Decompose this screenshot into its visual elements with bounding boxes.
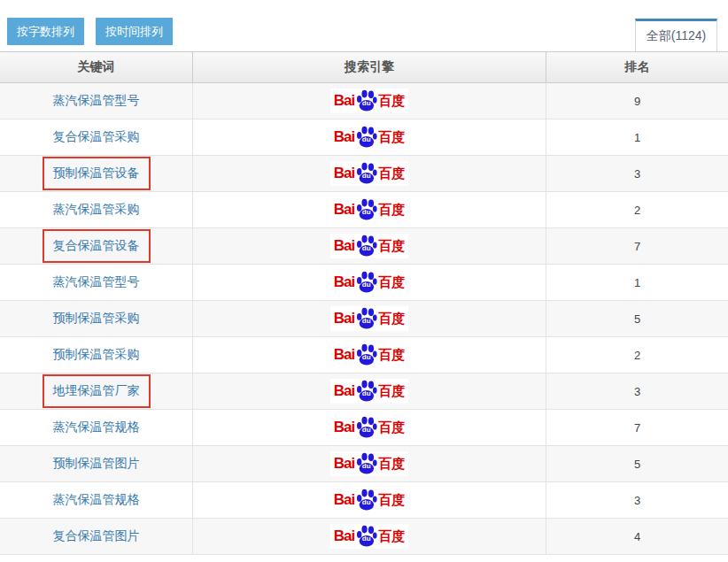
table-row: 地埋保温管厂家 Bai du	[0, 373, 728, 410]
baidu-logo: Bai du 百度	[330, 270, 408, 295]
table-row: 蒸汽保温管规格 Bai du	[0, 410, 728, 446]
keyword-link[interactable]: 预制保温管采购	[53, 347, 140, 363]
baidu-logo: Bai du 百度	[330, 125, 408, 150]
keyword-highlight-box: 蒸汽保温管规格	[43, 411, 151, 444]
search-engine-cell: Bai du 百度	[193, 373, 546, 409]
baidu-logo: Bai du 百度	[330, 89, 408, 113]
baidu-paw-icon: du	[355, 162, 377, 184]
keyword-cell: 蒸汽保温管规格	[0, 482, 193, 518]
keyword-link[interactable]: 蒸汽保温管型号	[53, 274, 140, 290]
keyword-cell: 蒸汽保温管采购	[0, 192, 193, 227]
table-row: 预制保温管设备 Bai du	[0, 156, 728, 192]
table-row: 蒸汽保温管规格 Bai du	[0, 482, 728, 519]
keyword-highlight-box: 预制保温管设备	[43, 157, 151, 190]
search-engine-cell: Bai du 百度	[193, 482, 546, 518]
baidu-logo: Bai du 百度	[330, 234, 408, 258]
baidu-logo-cn-text: 百度	[378, 238, 405, 254]
table-row: 复合保温管采购 Bai du	[0, 119, 728, 156]
baidu-paw-icon: du	[355, 489, 377, 511]
column-header-search-engine: 搜索引擎	[193, 52, 546, 82]
rank-value: 4	[546, 519, 728, 554]
keyword-link[interactable]: 蒸汽保温管规格	[53, 492, 140, 508]
keyword-link[interactable]: 蒸汽保温管采购	[53, 202, 140, 218]
baidu-logo-bai-text: Bai	[334, 456, 354, 472]
search-engine-cell: Bai du 百度	[193, 519, 546, 554]
baidu-logo: Bai du 百度	[330, 379, 408, 404]
baidu-logo-du-text: du	[362, 245, 371, 252]
baidu-logo: Bai du 百度	[330, 415, 408, 440]
keyword-cell: 复合保温管图片	[0, 519, 193, 554]
rank-value: 7	[546, 228, 728, 264]
keyword-cell: 蒸汽保温管型号	[0, 265, 193, 300]
baidu-logo-bai-text: Bai	[334, 274, 354, 290]
keyword-cell: 预制保温管采购	[0, 301, 193, 336]
search-engine-cell: Bai du 百度	[193, 301, 546, 336]
keyword-link[interactable]: 预制保温管图片	[53, 456, 140, 472]
baidu-paw-icon: du	[355, 271, 377, 293]
sort-toolbar: 按字数排列 按时间排列	[7, 18, 173, 45]
baidu-logo-cn-text: 百度	[378, 129, 405, 145]
baidu-logo-bai-text: Bai	[334, 166, 354, 181]
rank-value: 5	[546, 301, 728, 336]
keyword-highlight-box: 预制保温管图片	[43, 447, 151, 481]
baidu-logo-bai-text: Bai	[334, 347, 354, 363]
baidu-logo: Bai du 百度	[330, 306, 408, 331]
search-engine-cell: Bai du 百度	[193, 119, 546, 155]
column-header-keyword: 关键词	[0, 52, 193, 82]
baidu-logo: Bai du 百度	[330, 488, 408, 512]
sort-by-wordcount-button[interactable]: 按字数排列	[7, 18, 84, 45]
keyword-link[interactable]: 预制保温管设备	[53, 166, 140, 181]
keyword-cell: 复合保温管采购	[0, 119, 193, 155]
baidu-paw-icon: du	[355, 525, 377, 547]
search-engine-cell: Bai du 百度	[193, 156, 546, 191]
keyword-link[interactable]: 蒸汽保温管规格	[53, 420, 140, 435]
baidu-paw-icon: du	[355, 126, 377, 148]
keyword-link[interactable]: 复合保温管采购	[53, 129, 140, 145]
baidu-logo-du-text: du	[362, 209, 371, 216]
keyword-link[interactable]: 蒸汽保温管型号	[53, 93, 140, 109]
column-header-rank: 排名	[546, 52, 728, 82]
keyword-cell: 预制保温管设备	[0, 156, 193, 191]
baidu-logo-cn-text: 百度	[378, 420, 405, 435]
baidu-logo-cn-text: 百度	[378, 383, 405, 399]
table-row: 蒸汽保温管型号 Bai du	[0, 83, 728, 119]
baidu-logo-cn-text: 百度	[378, 311, 405, 327]
search-engine-cell: Bai du 百度	[193, 228, 546, 264]
baidu-logo: Bai du 百度	[330, 197, 408, 222]
table-row: 蒸汽保温管型号 Bai du	[0, 265, 728, 301]
keyword-link[interactable]: 复合保温管图片	[53, 528, 140, 544]
table-row: 复合保温管图片 Bai du	[0, 519, 728, 555]
search-engine-cell: Bai du 百度	[193, 83, 546, 119]
keyword-cell: 蒸汽保温管规格	[0, 410, 193, 445]
table-body: 蒸汽保温管型号 Bai du	[0, 83, 728, 555]
keyword-highlight-box: 复合保温管设备	[43, 229, 151, 263]
baidu-logo-bai-text: Bai	[334, 420, 354, 435]
baidu-logo-cn-text: 百度	[378, 456, 405, 472]
keyword-highlight-box: 复合保温管图片	[43, 520, 151, 553]
keyword-link[interactable]: 地埋保温管厂家	[53, 383, 140, 399]
table-row: 蒸汽保温管采购 Bai du	[0, 192, 728, 228]
keyword-link[interactable]: 预制保温管采购	[53, 311, 140, 327]
keyword-cell: 地埋保温管厂家	[0, 373, 193, 409]
baidu-logo-bai-text: Bai	[334, 129, 354, 145]
baidu-logo-bai-text: Bai	[334, 202, 354, 218]
keyword-link[interactable]: 复合保温管设备	[53, 238, 140, 254]
table-row: 预制保温管采购 Bai du	[0, 337, 728, 373]
rank-value: 2	[546, 337, 728, 373]
sort-by-time-button[interactable]: 按时间排列	[96, 18, 173, 45]
tab-all[interactable]: 全部(1124)	[635, 19, 717, 51]
keyword-rank-table: 关键词 搜索引擎 排名 蒸汽保温管型号 Bai	[0, 51, 728, 555]
table-row: 复合保温管设备 Bai du	[0, 228, 728, 265]
search-engine-cell: Bai du 百度	[193, 192, 546, 227]
baidu-logo: Bai du 百度	[330, 451, 408, 476]
baidu-logo-bai-text: Bai	[334, 492, 354, 508]
keyword-highlight-box: 蒸汽保温管采购	[43, 193, 151, 227]
rank-value: 9	[546, 83, 728, 119]
keyword-highlight-box: 预制保温管采购	[43, 338, 151, 372]
baidu-paw-icon: du	[355, 416, 377, 438]
baidu-logo-du-text: du	[362, 173, 371, 180]
baidu-logo-du-text: du	[362, 463, 371, 470]
baidu-paw-icon: du	[355, 452, 377, 474]
baidu-logo-bai-text: Bai	[334, 238, 354, 254]
rank-value: 1	[546, 265, 728, 300]
